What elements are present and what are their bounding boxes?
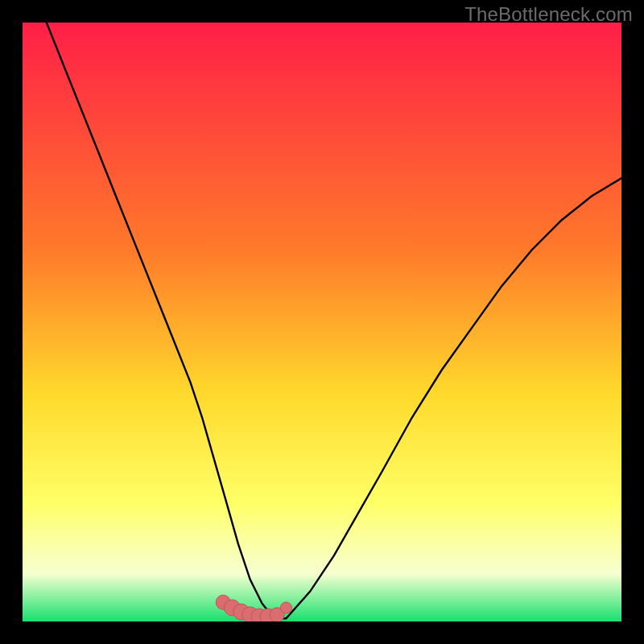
plot-area	[23, 23, 621, 621]
optimal-marker	[280, 602, 291, 613]
bottleneck-chart	[23, 23, 621, 621]
gradient-background	[23, 23, 621, 621]
chart-frame: TheBottleneck.com	[0, 0, 644, 644]
